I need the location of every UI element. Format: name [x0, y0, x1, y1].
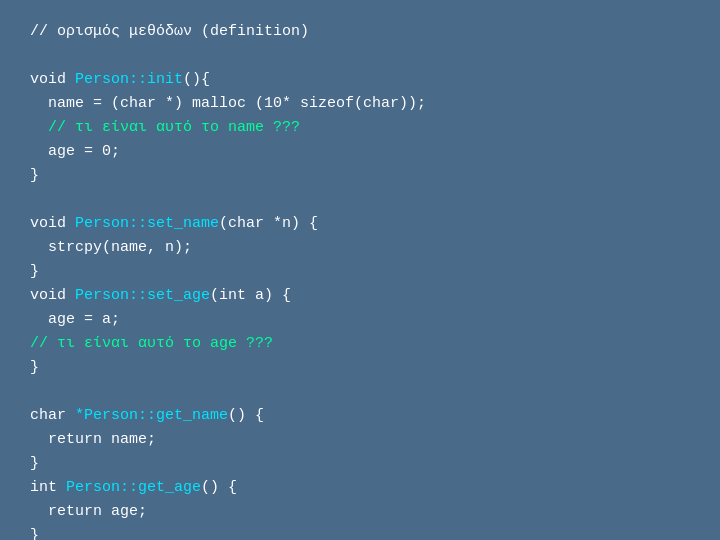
code-line: } — [30, 164, 690, 188]
code-line: } — [30, 452, 690, 476]
code-line: age = 0; — [30, 140, 690, 164]
code-line — [30, 44, 690, 68]
code-line: void Person::set_name(char *n) { — [30, 212, 690, 236]
code-line: age = a; — [30, 308, 690, 332]
code-line: char *Person::get_name() { — [30, 404, 690, 428]
code-container: // ορισμός μεθόδων (definition) void Per… — [0, 0, 720, 540]
code-line — [30, 188, 690, 212]
code-line: return name; — [30, 428, 690, 452]
code-line: // τι είναι αυτό το age ??? — [30, 332, 690, 356]
code-line: } — [30, 524, 690, 540]
code-line: name = (char *) malloc (10* sizeof(char)… — [30, 92, 690, 116]
code-line: // ορισμός μεθόδων (definition) — [30, 20, 690, 44]
code-line: // τι είναι αυτό το name ??? — [30, 116, 690, 140]
code-block: // ορισμός μεθόδων (definition) void Per… — [30, 20, 690, 540]
code-line: void Person::set_age(int a) { — [30, 284, 690, 308]
code-line: int Person::get_age() { — [30, 476, 690, 500]
code-line — [30, 380, 690, 404]
code-line: } — [30, 260, 690, 284]
code-line: void Person::init(){ — [30, 68, 690, 92]
code-line: } — [30, 356, 690, 380]
code-line: return age; — [30, 500, 690, 524]
code-line: strcpy(name, n); — [30, 236, 690, 260]
